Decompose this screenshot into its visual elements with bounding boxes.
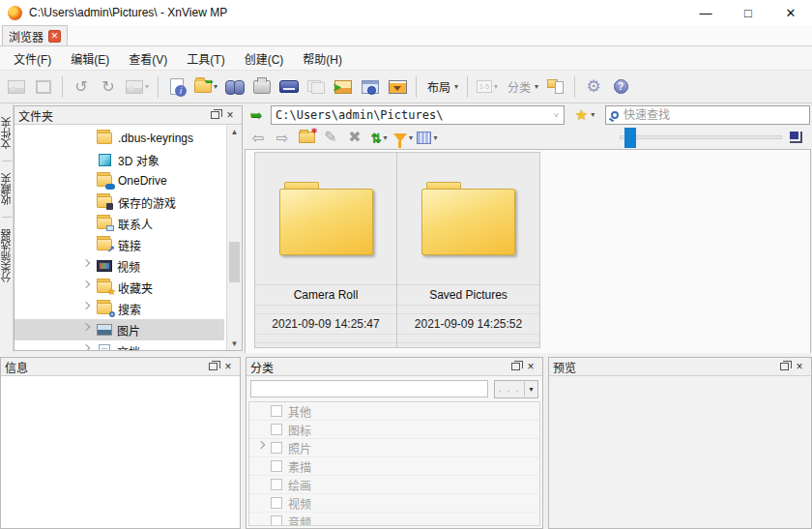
side-tab-favorites[interactable]: 收藏夹 [0, 167, 14, 211]
folder-item-saved-pictures[interactable]: Saved Pictures 2021-09-09 14:25:52 [397, 152, 540, 348]
tree-item-onedrive[interactable]: OneDrive [14, 170, 226, 191]
checkbox[interactable] [271, 405, 282, 417]
help-button[interactable]: ? [608, 73, 633, 101]
find-button[interactable] [222, 73, 247, 101]
category-filter-input[interactable] [250, 380, 488, 397]
float-panel-button[interactable] [207, 108, 222, 122]
checkbox[interactable] [271, 497, 282, 509]
info-panel: 信息 × [0, 357, 241, 529]
capture-icon [362, 80, 379, 94]
delete-button[interactable]: ✖ [344, 127, 365, 148]
folder-thumbnail [255, 153, 396, 285]
quick-search-input[interactable] [624, 108, 804, 122]
close-panel-button[interactable]: × [523, 360, 538, 373]
category-icons[interactable]: 图标 [249, 421, 539, 439]
sort-icon: ⇅ [371, 132, 382, 144]
scan-button[interactable] [276, 73, 302, 101]
category-other[interactable]: 其他 [249, 402, 539, 421]
new-folder-button[interactable] [296, 127, 317, 148]
slideshow-button[interactable] [385, 73, 410, 101]
side-tab-filter[interactable]: 分类筛选器 [0, 223, 14, 288]
forward-button[interactable]: ⇨ [272, 127, 293, 148]
capture-button[interactable] [358, 73, 383, 101]
category-audio[interactable]: 音频 [249, 513, 539, 526]
rotate-left-icon: ↺ [74, 79, 87, 95]
slider-track[interactable] [620, 135, 782, 139]
tree-item-pictures[interactable]: 图片 [14, 319, 224, 340]
dropdown-arrow-icon: ▾ [591, 110, 594, 119]
checkbox[interactable] [271, 424, 282, 435]
settings-button[interactable]: ⚙ [581, 73, 606, 101]
menu-help[interactable]: 帮助(H) [293, 47, 352, 70]
folder-item-camera-roll[interactable]: Camera Roll 2021-09-09 14:25:47 [254, 152, 397, 348]
float-panel-button[interactable] [776, 360, 792, 373]
menu-view[interactable]: 查看(V) [119, 47, 177, 70]
tab-close-icon[interactable]: ✕ [48, 30, 61, 43]
scroll-up-icon[interactable]: ▲ [227, 125, 242, 138]
slider-handle[interactable] [624, 128, 636, 148]
favorites-dropdown-button[interactable]: ★ ▾ [568, 105, 601, 125]
close-panel-button[interactable]: × [792, 360, 807, 373]
tree-item-links[interactable]: ↗链接 [14, 234, 226, 255]
menu-file[interactable]: 文件(F) [4, 47, 61, 70]
binoculars-icon [225, 80, 245, 93]
maximize-button[interactable]: □ [727, 0, 769, 25]
menu-edit[interactable]: 编辑(E) [61, 47, 119, 70]
tree-item-videos[interactable]: 视频 [14, 255, 226, 277]
float-panel-button[interactable] [205, 360, 220, 373]
onedrive-icon [97, 174, 113, 188]
tree-item-contacts[interactable]: 联系人 [14, 213, 226, 234]
tree-item-saved-games[interactable]: 保存的游戏 [14, 191, 226, 213]
category-sketch[interactable]: 素描 [249, 457, 539, 476]
tree-item-search[interactable]: 搜索 [14, 298, 226, 319]
float-panel-button[interactable] [508, 360, 523, 373]
combo-arrow-icon[interactable]: ˅ [554, 110, 559, 120]
batch-dropdown-button[interactable]: 1-5▾ [474, 73, 501, 101]
tree-item-dbus-keyrings[interactable]: .dbus-keyrings [14, 128, 226, 149]
scroll-down-icon[interactable]: ▼ [227, 337, 242, 350]
folder-tree-button[interactable] [543, 73, 568, 101]
close-panel-button[interactable]: × [220, 360, 236, 373]
print-button[interactable] [249, 73, 275, 101]
checkbox[interactable] [271, 479, 282, 490]
tree-item-documents[interactable]: 文档 [14, 340, 226, 350]
checkbox[interactable] [271, 442, 282, 454]
tab-browser[interactable]: 浏览器 ✕ [2, 25, 68, 45]
sort-dropdown-button[interactable]: ⇅▾ [368, 127, 390, 148]
path-combobox[interactable]: C:\Users\admin\Pictures\ ˅ [271, 105, 565, 125]
fullscreen-button[interactable] [31, 73, 56, 101]
minimize-button[interactable]: — [684, 0, 727, 25]
rotate-left-button[interactable]: ↺ [69, 73, 94, 101]
close-button[interactable]: ✕ [769, 0, 812, 25]
categories-toolbar: . . . ▾ [246, 376, 542, 401]
transform-dropdown-button[interactable]: ▾ [123, 73, 152, 101]
info-button[interactable]: i [164, 73, 189, 101]
menu-create[interactable]: 创建(C) [235, 47, 294, 70]
category-more-button[interactable]: . . . ▾ [494, 380, 538, 398]
tree-item-3d-objects[interactable]: 3D 对象 [14, 149, 226, 170]
open-with-button[interactable]: ➥▾ [191, 73, 220, 101]
rename-button[interactable]: ✎ [320, 127, 341, 148]
layout-dropdown-button[interactable]: 布局▾ [422, 73, 461, 101]
category-video[interactable]: 视频 [249, 494, 539, 513]
tree-item-favorites[interactable]: ★收藏夹 [14, 277, 226, 298]
scrollbar-thumb[interactable] [229, 242, 240, 282]
checkbox[interactable] [271, 460, 282, 472]
filter-dropdown-button[interactable]: ▾ [392, 127, 414, 148]
close-panel-button[interactable]: × [222, 108, 238, 122]
category-painting[interactable]: 绘画 [249, 476, 539, 494]
convert-button[interactable] [331, 73, 356, 101]
rotate-right-button[interactable]: ↻ [96, 73, 121, 101]
side-tab-folders[interactable]: 文件夹 [0, 111, 14, 155]
up-level-button[interactable]: ➥ [246, 105, 267, 125]
back-button[interactable]: ⇦ [247, 127, 269, 148]
category-dropdown-button[interactable]: 分类▾ [503, 73, 541, 101]
menu-tools[interactable]: 工具(T) [177, 47, 234, 70]
tree-scrollbar[interactable]: ▲ ▼ [226, 125, 242, 350]
category-photos[interactable]: 照片 [249, 439, 539, 457]
view-mode-dropdown-button[interactable]: ▾ [417, 127, 438, 148]
checkbox[interactable] [271, 515, 282, 526]
compare-button[interactable] [304, 73, 329, 101]
categories-panel-title: 分类 [250, 359, 508, 375]
view-button[interactable] [4, 73, 29, 101]
